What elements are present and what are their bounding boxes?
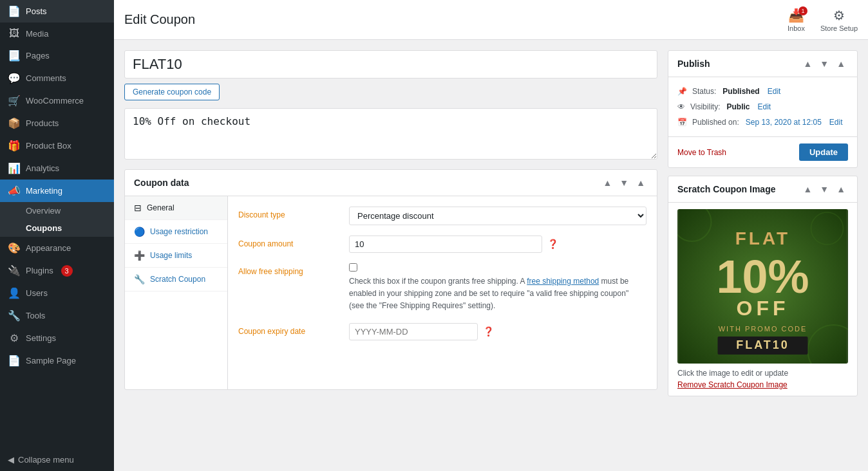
general-tab-icon: ⊟ xyxy=(134,203,142,213)
free-shipping-checkbox[interactable] xyxy=(349,263,357,272)
status-edit-link[interactable]: Edit xyxy=(768,87,781,96)
publish-box: Publish ▲ ▼ ▲ 📌 Status: Published Edit xyxy=(668,50,858,168)
remove-scratch-image-link[interactable]: Remove Scratch Coupon Image xyxy=(677,380,848,389)
status-label: Status: xyxy=(692,87,716,96)
meta-box-collapse-up[interactable]: ▲ xyxy=(600,176,614,189)
sidebar-item-users[interactable]: 👤 Users xyxy=(0,282,114,304)
coupon-amount-row: Coupon amount ❓ xyxy=(238,236,646,253)
coupon-data-body: ⊟ General 🔵 Usage restriction ➕ Usage li… xyxy=(125,196,657,389)
generate-coupon-button[interactable]: Generate coupon code xyxy=(124,84,220,100)
settings-icon: ⚙ xyxy=(8,332,21,344)
scratch-image-collapse-down[interactable]: ▼ xyxy=(817,183,831,196)
woocommerce-icon: 🛒 xyxy=(8,95,21,107)
sidebar-item-media[interactable]: 🖼 Media xyxy=(0,23,114,44)
inbox-label: Inbox xyxy=(788,24,805,32)
sidebar-sub-item-overview[interactable]: Overview xyxy=(0,202,114,219)
free-shipping-link[interactable]: free shipping method xyxy=(527,277,599,286)
promo-card-svg: FLAT 10% OFF WITH PROMO CODE FLAT10 xyxy=(677,209,848,364)
tab-usage-restriction[interactable]: 🔵 Usage restriction xyxy=(125,220,227,244)
sidebar-item-marketing[interactable]: 📣 Marketing xyxy=(0,180,114,202)
scratch-coupon-tab-icon: 🔧 xyxy=(134,274,145,284)
coupon-amount-input[interactable] xyxy=(349,236,542,253)
scratch-image-collapse-up[interactable]: ▲ xyxy=(800,183,815,196)
collapse-icon: ◀ xyxy=(8,455,14,465)
meta-box-toggle[interactable]: ▲ xyxy=(634,176,648,189)
svg-text:OFF: OFF xyxy=(737,297,789,320)
store-setup-button[interactable]: ⚙ Store Setup xyxy=(820,8,858,32)
sidebar-item-plugins[interactable]: 🔌 Plugins 3 xyxy=(0,259,114,282)
sidebar-item-analytics[interactable]: 📊 Analytics xyxy=(0,157,114,180)
coupon-data-header: Coupon data ▲ ▼ ▲ xyxy=(125,170,657,196)
sidebar-item-posts[interactable]: 📄 Posts xyxy=(0,0,114,23)
posts-icon: 📄 xyxy=(8,5,21,17)
publish-body: 📌 Status: Published Edit 👁 Visibility: P… xyxy=(668,77,857,136)
coupon-description-textarea[interactable]: 10% Off on checkout xyxy=(124,108,657,160)
coupon-expiry-label: Coupon expiry date xyxy=(238,323,341,336)
sidebar-item-comments[interactable]: 💬 Comments xyxy=(0,67,114,89)
sidebar-item-tools[interactable]: 🔧 Tools xyxy=(0,304,114,327)
tab-usage-limits[interactable]: ➕ Usage limits xyxy=(125,244,227,268)
tools-icon: 🔧 xyxy=(8,309,21,322)
comments-icon: 💬 xyxy=(8,72,21,84)
publish-collapse-down[interactable]: ▼ xyxy=(817,57,831,70)
status-value: Published xyxy=(722,87,759,96)
scratch-coupon-image-box: Scratch Coupon Image ▲ ▼ ▲ xyxy=(668,176,858,396)
visibility-icon: 👁 xyxy=(677,102,685,111)
visibility-value: Public xyxy=(726,102,750,111)
meta-box-collapse-down[interactable]: ▼ xyxy=(617,176,631,189)
tab-scratch-coupon[interactable]: 🔧 Scratch Coupon xyxy=(125,268,227,291)
right-sidebar: Publish ▲ ▼ ▲ 📌 Status: Published Edit xyxy=(668,40,868,471)
analytics-icon: 📊 xyxy=(8,162,21,174)
tab-general[interactable]: ⊟ General xyxy=(125,196,227,220)
published-value: Sep 13, 2020 at 12:05 xyxy=(746,118,822,127)
coupon-fields: Discount type Percentage discount Fixed … xyxy=(228,196,657,389)
inbox-button[interactable]: 📥 1 Inbox xyxy=(788,8,805,32)
publish-collapse-up[interactable]: ▲ xyxy=(800,57,815,70)
publish-toggle[interactable]: ▲ xyxy=(834,57,848,70)
discount-type-control: Percentage discount Fixed cart discount … xyxy=(349,207,646,225)
collapse-menu[interactable]: ◀ Collapse menu xyxy=(0,448,114,471)
marketing-icon: 📣 xyxy=(8,185,21,197)
sidebar-item-settings[interactable]: ⚙ Settings xyxy=(0,327,114,349)
published-edit-link[interactable]: Edit xyxy=(829,118,843,127)
coupon-amount-control: ❓ xyxy=(349,236,646,253)
coupon-amount-help-icon[interactable]: ❓ xyxy=(547,239,558,249)
sample-page-icon: 📄 xyxy=(8,355,21,367)
usage-restriction-tab-icon: 🔵 xyxy=(134,226,145,237)
svg-text:WITH PROMO CODE: WITH PROMO CODE xyxy=(719,325,807,333)
publish-header: Publish ▲ ▼ ▲ xyxy=(668,51,857,77)
discount-type-select[interactable]: Percentage discount Fixed cart discount … xyxy=(349,207,646,225)
coupon-expiry-row: Coupon expiry date ❓ xyxy=(238,323,646,340)
coupon-expiry-control: ❓ xyxy=(349,323,646,340)
scratch-image-toggle[interactable]: ▲ xyxy=(834,183,848,196)
scratch-image-controls: ▲ ▼ ▲ xyxy=(800,183,848,196)
move-to-trash-link[interactable]: Move to Trash xyxy=(677,148,726,157)
update-button[interactable]: Update xyxy=(799,143,848,161)
plugins-badge: 3 xyxy=(61,265,73,277)
page-title: Edit Coupon xyxy=(124,12,195,27)
sidebar-item-product-box[interactable]: 🎁 Product Box xyxy=(0,134,114,157)
pages-icon: 📃 xyxy=(8,50,21,62)
coupon-expiry-input[interactable] xyxy=(349,323,478,340)
scratch-image-caption: Click the image to edit or update xyxy=(677,369,848,378)
sidebar-item-woocommerce[interactable]: 🛒 WooCommerce xyxy=(0,89,114,112)
content-area: Generate coupon code 10% Off on checkout… xyxy=(114,40,868,471)
visibility-edit-link[interactable]: Edit xyxy=(757,102,771,111)
discount-type-label: Discount type xyxy=(238,207,341,219)
sidebar-item-products[interactable]: 📦 Products xyxy=(0,112,114,134)
scratch-image-body: FLAT 10% OFF WITH PROMO CODE FLAT10 xyxy=(668,203,857,396)
coupon-tabs: ⊟ General 🔵 Usage restriction ➕ Usage li… xyxy=(125,196,228,389)
sidebar-item-appearance[interactable]: 🎨 Appearance xyxy=(0,237,114,259)
scratch-image-preview[interactable]: FLAT 10% OFF WITH PROMO CODE FLAT10 xyxy=(677,209,848,364)
coupon-expiry-help-icon[interactable]: ❓ xyxy=(483,326,494,337)
topbar-actions: 📥 1 Inbox ⚙ Store Setup xyxy=(788,8,858,32)
sidebar-item-sample-page[interactable]: 📄 Sample Page xyxy=(0,349,114,372)
sidebar-sub-item-coupons[interactable]: Coupons xyxy=(0,219,114,237)
svg-text:FLAT: FLAT xyxy=(735,228,790,248)
coupon-code-input[interactable] xyxy=(124,50,657,78)
products-icon: 📦 xyxy=(8,117,21,129)
sidebar-item-pages[interactable]: 📃 Pages xyxy=(0,44,114,67)
store-setup-label: Store Setup xyxy=(820,24,858,32)
plugins-icon: 🔌 xyxy=(8,264,21,277)
published-row: 📅 Published on: Sep 13, 2020 at 12:05 Ed… xyxy=(677,115,848,130)
